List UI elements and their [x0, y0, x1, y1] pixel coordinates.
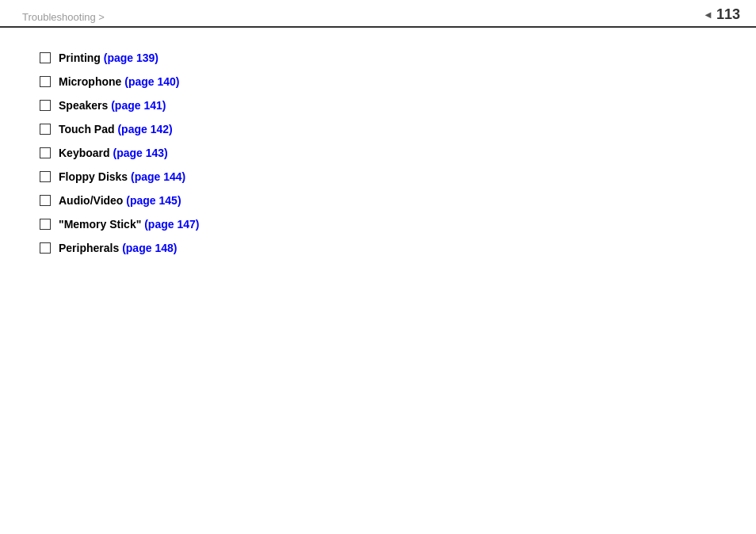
checkbox-icon [40, 147, 51, 158]
item-page-link[interactable]: (page 148) [122, 242, 177, 254]
item-label: Peripherals (page 148) [59, 242, 177, 254]
item-page-link[interactable]: (page 140) [124, 75, 179, 88]
breadcrumb: Troubleshooting > [22, 6, 105, 23]
page-header: Troubleshooting > ◄ 113 [0, 0, 756, 28]
list-item: Keyboard (page 143) [40, 147, 724, 159]
main-content: Printing (page 139)Microphone (page 140)… [0, 28, 756, 289]
checkbox-icon [40, 52, 51, 63]
list-item: Microphone (page 140) [40, 75, 724, 88]
item-label: Microphone (page 140) [59, 75, 179, 88]
page-number: 113 [716, 6, 743, 23]
list-item: Floppy Disks (page 144) [40, 170, 724, 183]
list-item: Speakers (page 141) [40, 99, 724, 112]
checkbox-icon [40, 171, 51, 182]
item-page-link[interactable]: (page 142) [117, 123, 172, 135]
item-page-link[interactable]: (page 143) [113, 147, 167, 159]
item-label: Speakers (page 141) [59, 99, 166, 112]
list-item: Audio/Video (page 145) [40, 194, 724, 207]
item-label: Touch Pad (page 142) [59, 123, 173, 135]
item-label: Keyboard (page 143) [59, 147, 168, 159]
checkbox-icon [40, 219, 51, 230]
checkbox-icon [40, 195, 51, 206]
page-number-container: ◄ 113 [703, 6, 743, 23]
checkbox-icon [40, 124, 51, 135]
item-label: Floppy Disks (page 144) [59, 170, 185, 183]
item-page-link[interactable]: (page 144) [131, 170, 185, 183]
item-label: Audio/Video (page 145) [59, 194, 181, 207]
item-page-link[interactable]: (page 139) [104, 51, 158, 64]
list-item: Printing (page 139) [40, 51, 724, 64]
checkbox-icon [40, 242, 51, 254]
item-label: Printing (page 139) [59, 51, 158, 64]
item-label: "Memory Stick" (page 147) [59, 218, 199, 231]
item-page-link[interactable]: (page 147) [144, 218, 199, 231]
list-item: "Memory Stick" (page 147) [40, 218, 724, 231]
item-page-link[interactable]: (page 141) [111, 99, 166, 112]
item-page-link[interactable]: (page 145) [126, 194, 181, 207]
list-item: Peripherals (page 148) [40, 242, 724, 254]
page-arrow-icon: ◄ [703, 9, 713, 21]
list-item: Touch Pad (page 142) [40, 123, 724, 135]
checkbox-icon [40, 100, 51, 111]
checkbox-icon [40, 76, 51, 87]
